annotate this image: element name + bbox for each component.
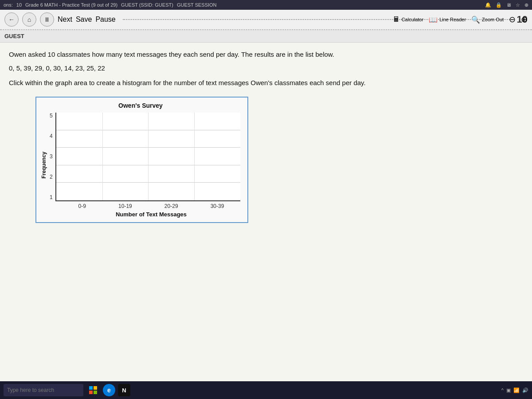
guest-label: GUEST xyxy=(4,33,24,39)
taskbar-system-icon-1: ^ xyxy=(501,387,504,393)
main-content: Owen asked 10 classmates how many text m… xyxy=(0,43,532,381)
guest-ssid: GUEST (SSID: GUEST) xyxy=(121,2,173,8)
save-group: Save xyxy=(76,16,92,23)
windows-icon[interactable] xyxy=(86,383,100,397)
v-line-3 xyxy=(194,113,195,200)
next-label: Next xyxy=(58,16,72,23)
chart-container[interactable]: Owen's Survey Frequency 5 4 3 2 xyxy=(35,97,248,223)
home-button[interactable]: ⌂ xyxy=(22,12,36,27)
top-bar-right: 🔔 🔒 🖥 ☆ ⊕ xyxy=(485,2,528,8)
zoom-out-icon: 🔍 xyxy=(471,16,480,24)
y-axis-label: Frequency xyxy=(41,152,47,179)
y-tick-5: 5 xyxy=(50,113,53,119)
taskbar-system-icon-4: 🔊 xyxy=(522,387,528,393)
chart-grid[interactable] xyxy=(55,113,240,201)
zoom-out-tool[interactable]: 🔍 Zoom Out xyxy=(471,16,504,24)
v-line-1 xyxy=(102,113,103,200)
y-tick-2: 2 xyxy=(50,174,53,180)
taskbar: e N ^ ▣ 📶 🔊 xyxy=(0,381,532,399)
chart-wrapper: Owen's Survey Frequency 5 4 3 2 xyxy=(35,97,523,223)
save-label: Save xyxy=(76,16,92,23)
x-axis-labels: 0-9 10-19 20-29 30-39 xyxy=(62,203,240,209)
chart-body: Frequency 5 4 3 2 1 xyxy=(41,113,240,218)
session-label: GUEST SESSION xyxy=(177,2,217,8)
svg-rect-3 xyxy=(94,391,97,394)
v-line-2 xyxy=(148,113,149,200)
top-bar: ons: 10 Grade 6 MATH - Practice Test (9 … xyxy=(0,0,532,10)
instruction-text: Click within the graph area to create a … xyxy=(9,78,523,88)
x-label-30-39: 30-39 xyxy=(211,203,224,209)
y-tick-4: 4 xyxy=(50,133,53,139)
zoom-out-label: Zoom Out xyxy=(482,17,504,22)
ons-value: 10 xyxy=(16,2,22,8)
line-reader-tool[interactable]: 📖 Line Reader xyxy=(429,16,466,24)
pause-button[interactable]: ⏸ xyxy=(40,12,54,27)
svg-rect-2 xyxy=(89,391,93,394)
minus-icon[interactable]: ⊖ xyxy=(509,15,516,24)
next-group: Next xyxy=(58,16,72,23)
calculator-label: Calculator xyxy=(402,17,424,22)
y-tick-labels: 5 4 3 2 1 xyxy=(50,113,53,201)
taskbar-right: ^ ▣ 📶 🔊 xyxy=(501,387,528,393)
top-icon-4: ☆ xyxy=(516,2,520,8)
chart-area-wrap: 5 4 3 2 1 xyxy=(50,113,240,201)
pause-group: Pause xyxy=(95,16,115,23)
x-label-20-29: 20-29 xyxy=(164,203,178,209)
svg-rect-0 xyxy=(89,386,93,390)
question-text: Owen asked 10 classmates how many text m… xyxy=(9,50,523,60)
chart-title: Owen's Survey xyxy=(41,102,240,109)
top-bar-left: ons: 10 Grade 6 MATH - Practice Test (9 … xyxy=(4,2,217,8)
edge-icon[interactable]: e xyxy=(103,384,115,396)
x-label-10-19: 10-19 xyxy=(118,203,132,209)
nav-bar: ← ⌂ ⏸ Next Save Pause 10 🖩 Calculator 📖 … xyxy=(0,10,532,30)
x-label-0-9: 0-9 xyxy=(78,203,86,209)
top-icon-2: 🔒 xyxy=(496,2,502,8)
y-tick-3: 3 xyxy=(50,153,53,160)
expand-icon[interactable]: ⊕ xyxy=(521,15,528,24)
top-icon-1: 🔔 xyxy=(485,2,491,8)
top-icon-3: 🖥 xyxy=(506,2,511,8)
data-list: 0, 5, 39, 29, 0, 30, 14, 23, 25, 22 xyxy=(9,64,523,72)
calculator-tool[interactable]: 🖩 Calculator xyxy=(393,16,424,23)
chart-plot: 5 4 3 2 1 xyxy=(50,113,240,218)
calculator-icon: 🖩 xyxy=(393,16,400,23)
svg-rect-1 xyxy=(94,386,97,390)
pause-label: Pause xyxy=(95,16,115,23)
taskbar-system-icon-3: 📶 xyxy=(513,387,520,393)
tool-icons: 🖩 Calculator 📖 Line Reader 🔍 Zoom Out ⊖ … xyxy=(393,15,528,24)
line-reader-label: Line Reader xyxy=(439,17,466,22)
taskbar-system-icon-2: ▣ xyxy=(506,387,511,393)
x-axis-title: Number of Text Messages xyxy=(62,211,240,218)
ons-label: ons: xyxy=(4,2,13,8)
back-button[interactable]: ← xyxy=(4,12,19,27)
test-title: Grade 6 MATH - Practice Test (9 out of 2… xyxy=(25,2,117,8)
guest-bar: GUEST xyxy=(0,30,532,43)
search-input[interactable] xyxy=(4,384,83,396)
notion-icon[interactable]: N xyxy=(118,384,130,396)
top-icon-5: ⊕ xyxy=(524,2,528,8)
y-axis-label-wrapper: Frequency xyxy=(41,113,49,218)
line-reader-icon: 📖 xyxy=(429,16,438,24)
y-tick-1: 1 xyxy=(50,194,53,200)
